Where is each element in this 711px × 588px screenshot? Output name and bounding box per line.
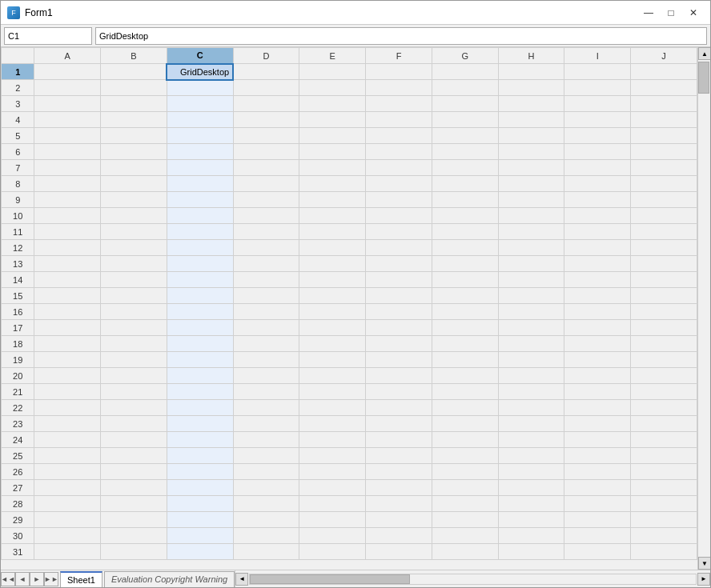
cell-H22[interactable] (498, 400, 564, 416)
cell-G29[interactable] (432, 512, 498, 528)
cell-F4[interactable] (366, 112, 432, 128)
cell-I29[interactable] (564, 512, 631, 528)
cell-I20[interactable] (564, 368, 631, 384)
cell-G28[interactable] (432, 496, 498, 512)
cell-B8[interactable] (101, 176, 167, 192)
cell-J10[interactable] (631, 208, 697, 224)
scroll-up-button[interactable]: ▲ (698, 47, 710, 60)
cell-H18[interactable] (498, 336, 564, 352)
cell-H30[interactable] (498, 528, 564, 544)
maximize-button[interactable]: □ (661, 5, 681, 21)
cell-B23[interactable] (101, 416, 167, 432)
cell-A26[interactable] (34, 464, 101, 480)
cell-C31[interactable] (167, 544, 233, 560)
cell-I16[interactable] (564, 304, 631, 320)
row-number-9[interactable]: 9 (2, 192, 34, 208)
cell-J11[interactable] (631, 224, 697, 240)
cell-A19[interactable] (34, 352, 101, 368)
col-header-B[interactable]: B (101, 48, 167, 64)
cell-I1[interactable] (564, 64, 631, 80)
cell-G4[interactable] (432, 112, 498, 128)
cell-C11[interactable] (167, 224, 233, 240)
formula-input[interactable] (95, 27, 707, 45)
col-header-J[interactable]: J (631, 48, 697, 64)
cell-A8[interactable] (34, 176, 101, 192)
cell-G6[interactable] (432, 144, 498, 160)
cell-C13[interactable] (167, 256, 233, 272)
cell-B24[interactable] (101, 432, 167, 448)
cell-I8[interactable] (564, 176, 631, 192)
cell-J15[interactable] (631, 288, 697, 304)
cell-H21[interactable] (498, 384, 564, 400)
cell-A7[interactable] (34, 160, 101, 176)
cell-A22[interactable] (34, 400, 101, 416)
cell-A15[interactable] (34, 288, 101, 304)
cell-G24[interactable] (432, 432, 498, 448)
cell-F14[interactable] (366, 272, 432, 288)
row-number-10[interactable]: 10 (2, 208, 34, 224)
cell-C19[interactable] (167, 352, 233, 368)
cell-J4[interactable] (631, 112, 697, 128)
cell-F8[interactable] (366, 176, 432, 192)
row-number-14[interactable]: 14 (2, 272, 34, 288)
row-number-31[interactable]: 31 (2, 544, 34, 560)
cell-B11[interactable] (101, 224, 167, 240)
cell-B15[interactable] (101, 288, 167, 304)
col-header-F[interactable]: F (366, 48, 432, 64)
cell-C27[interactable] (167, 480, 233, 496)
cell-J29[interactable] (631, 512, 697, 528)
cell-E17[interactable] (299, 320, 366, 336)
cell-H11[interactable] (498, 224, 564, 240)
cell-A1[interactable] (34, 64, 101, 80)
cell-C8[interactable] (167, 176, 233, 192)
row-number-6[interactable]: 6 (2, 144, 34, 160)
cell-F12[interactable] (366, 240, 432, 256)
cell-E18[interactable] (299, 336, 366, 352)
cell-D2[interactable] (233, 80, 299, 96)
cell-G19[interactable] (432, 352, 498, 368)
cell-G2[interactable] (432, 80, 498, 96)
cell-F26[interactable] (366, 464, 432, 480)
cell-B20[interactable] (101, 368, 167, 384)
cell-H31[interactable] (498, 544, 564, 560)
cell-F21[interactable] (366, 384, 432, 400)
cell-G22[interactable] (432, 400, 498, 416)
cell-B26[interactable] (101, 464, 167, 480)
cell-B25[interactable] (101, 448, 167, 464)
cell-E21[interactable] (299, 384, 366, 400)
cell-D26[interactable] (233, 464, 299, 480)
col-header-G[interactable]: G (432, 48, 498, 64)
cell-J27[interactable] (631, 480, 697, 496)
cell-G7[interactable] (432, 160, 498, 176)
cell-I21[interactable] (564, 384, 631, 400)
cell-D14[interactable] (233, 272, 299, 288)
cell-B13[interactable] (101, 256, 167, 272)
col-header-D[interactable]: D (233, 48, 299, 64)
cell-G18[interactable] (432, 336, 498, 352)
cell-I10[interactable] (564, 208, 631, 224)
cell-G13[interactable] (432, 256, 498, 272)
cell-A14[interactable] (34, 272, 101, 288)
cell-J22[interactable] (631, 400, 697, 416)
cell-E15[interactable] (299, 288, 366, 304)
cell-E13[interactable] (299, 256, 366, 272)
row-number-30[interactable]: 30 (2, 528, 34, 544)
cell-C2[interactable] (167, 80, 233, 96)
cell-B6[interactable] (101, 144, 167, 160)
minimize-button[interactable]: — (638, 5, 659, 21)
cell-D31[interactable] (233, 544, 299, 560)
row-number-16[interactable]: 16 (2, 304, 34, 320)
cell-H27[interactable] (498, 480, 564, 496)
cell-F24[interactable] (366, 432, 432, 448)
cell-F27[interactable] (366, 480, 432, 496)
cell-I9[interactable] (564, 192, 631, 208)
cell-J19[interactable] (631, 352, 697, 368)
cell-J17[interactable] (631, 320, 697, 336)
cell-A4[interactable] (34, 112, 101, 128)
cell-D23[interactable] (233, 416, 299, 432)
cell-C22[interactable] (167, 400, 233, 416)
cell-C4[interactable] (167, 112, 233, 128)
cell-I25[interactable] (564, 448, 631, 464)
cell-E11[interactable] (299, 224, 366, 240)
cell-C18[interactable] (167, 336, 233, 352)
